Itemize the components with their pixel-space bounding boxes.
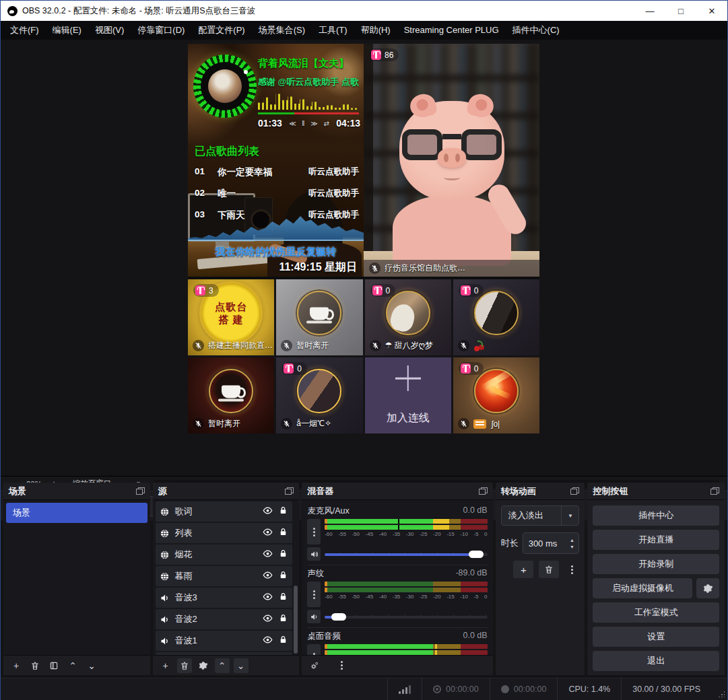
start-streaming-button[interactable]: 开始直播 — [593, 530, 719, 550]
lock-icon[interactable] — [278, 635, 288, 647]
guest-tile: 3 点歌台 搭 建 搭建主播同款直… — [188, 279, 274, 355]
menu-dock[interactable]: 停靠窗口(D) — [131, 21, 191, 40]
popout-icon[interactable] — [136, 487, 145, 495]
remove-source-button[interactable] — [177, 658, 192, 673]
join-tile[interactable]: 加入连线 — [365, 357, 451, 433]
source-row[interactable]: 音波3 — [156, 588, 293, 608]
start-virtual-camera-button[interactable]: 启动虚拟摄像机 — [593, 578, 692, 598]
song-progress-bar — [258, 112, 359, 114]
source-row[interactable]: 背景 — [156, 652, 293, 655]
lock-icon[interactable] — [278, 570, 288, 582]
visibility-icon[interactable] — [263, 505, 273, 518]
sources-scrollbar[interactable] — [294, 586, 298, 654]
source-down-button[interactable]: ⌄ — [234, 658, 249, 673]
time-total: 04:13 — [336, 118, 360, 129]
scene-up-button[interactable]: ⌃ — [65, 658, 80, 673]
lock-icon[interactable] — [278, 592, 288, 604]
visibility-icon[interactable] — [263, 527, 273, 539]
lock-icon[interactable] — [278, 549, 288, 561]
menu-help[interactable]: 帮助(H) — [354, 21, 397, 40]
studio-mode-button[interactable]: 工作室模式 — [593, 602, 719, 623]
lock-icon[interactable] — [278, 527, 288, 539]
menu-view[interactable]: 视图(V) — [88, 21, 131, 40]
browser-source-icon — [160, 550, 170, 560]
channel-menu-button[interactable] — [307, 582, 321, 607]
mute-button[interactable] — [307, 547, 321, 561]
virtual-camera-settings-button[interactable] — [696, 578, 719, 598]
guest-avatar — [474, 369, 519, 413]
video-canvas[interactable]: 背着风流泪【文夫】 感谢 @听云点歌助手 点歌 01:33 ≪ ‖ ≫ ⇄ 04… — [188, 44, 539, 433]
resize-grip[interactable] — [718, 691, 725, 697]
controls-dock: 控制按钮 插件中心 开始直播 开始录制 启动虚拟摄像机 工作室模式 设置 退出 — [587, 483, 725, 675]
scene-down-button[interactable]: ⌄ — [84, 658, 99, 673]
visibility-icon[interactable] — [263, 635, 273, 647]
visibility-icon[interactable] — [263, 592, 273, 604]
popout-icon[interactable] — [570, 487, 579, 495]
channel-menu-button[interactable] — [307, 644, 321, 655]
scene-item-selected[interactable]: 场景 — [6, 503, 147, 523]
source-row[interactable]: 歌词 — [156, 501, 293, 522]
visibility-icon[interactable] — [263, 549, 273, 561]
guest-avatar — [297, 369, 341, 413]
menu-profile[interactable]: 配置文件(P) — [191, 21, 251, 40]
lock-icon[interactable] — [278, 613, 288, 625]
guest-tile: 0 ☂ 甜八岁ღ梦 — [365, 279, 451, 355]
scene-filters-button[interactable] — [46, 658, 61, 673]
remove-transition-button[interactable] — [539, 561, 559, 578]
menu-scene-collection[interactable]: 场景集合(S) — [252, 21, 312, 40]
start-recording-button[interactable]: 开始录制 — [593, 554, 719, 574]
duration-spinbox[interactable]: 300 ms ▲▼ — [523, 532, 580, 554]
channel-menu-button[interactable] — [307, 519, 321, 545]
source-row[interactable]: 列表 — [156, 523, 293, 543]
source-row[interactable]: 音波2 — [156, 609, 293, 629]
popout-icon[interactable] — [710, 487, 719, 495]
menu-streaming-center[interactable]: Streaming Center PLUG — [397, 21, 506, 40]
transition-menu-button[interactable] — [564, 562, 579, 577]
guest-tile: 暂时离开 — [188, 357, 274, 433]
menu-file[interactable]: 文件(F) — [3, 21, 46, 40]
settings-button[interactable]: 设置 — [593, 627, 719, 647]
close-button[interactable]: ✕ — [696, 1, 727, 21]
sources-dock: 源 歌词 列表 烟花 — [153, 483, 300, 675]
advanced-audio-button[interactable] — [307, 658, 322, 673]
plugin-center-button[interactable]: 插件中心 — [593, 505, 719, 526]
add-scene-button[interactable]: + — [9, 658, 24, 673]
source-properties-toolbar-button[interactable] — [196, 658, 211, 673]
guest-grid: 3 点歌台 搭 建 搭建主播同款直… 暂时离开 0 ☂ 甜八岁ღ梦 — [188, 279, 539, 433]
source-row[interactable]: 暮雨 — [156, 566, 293, 586]
record-status-icon — [501, 685, 509, 693]
source-row[interactable]: 烟花 — [156, 545, 293, 565]
browser-source-icon — [160, 528, 170, 538]
vinyl-disc — [193, 55, 257, 118]
fan-badge — [473, 419, 486, 429]
visibility-icon[interactable] — [263, 570, 273, 582]
visibility-icon[interactable] — [263, 613, 273, 625]
signal-bars-icon — [399, 685, 411, 694]
add-transition-button[interactable]: + — [513, 561, 533, 578]
source-up-button[interactable]: ⌃ — [215, 658, 230, 673]
add-source-button[interactable]: + — [158, 658, 173, 673]
pause-icon: ‖ — [302, 120, 304, 127]
maximize-button[interactable]: □ — [665, 1, 696, 21]
album-art — [208, 69, 242, 103]
karaoke-video-panel: 背着风流泪【文夫】 感谢 @听云点歌助手 点歌 01:33 ≪ ‖ ≫ ⇄ 04… — [188, 44, 364, 277]
source-row[interactable]: 音波1 — [156, 631, 293, 651]
lock-icon[interactable] — [278, 505, 288, 518]
exit-button[interactable]: 退出 — [593, 651, 719, 671]
transition-select[interactable]: 淡入淡出 ▼ — [501, 505, 580, 526]
menu-plugin-center[interactable]: 插件中心(C) — [506, 21, 566, 40]
volume-slider[interactable] — [325, 613, 487, 621]
menu-edit[interactable]: 编辑(E) — [46, 21, 88, 40]
volume-slider[interactable] — [325, 551, 487, 558]
popout-icon[interactable] — [479, 487, 488, 495]
guest-avatar — [297, 291, 341, 335]
scenes-title: 场景 — [9, 485, 26, 497]
mixer-menu-button[interactable] — [334, 658, 349, 673]
popout-icon[interactable] — [285, 487, 294, 495]
remove-scene-button[interactable] — [28, 658, 42, 673]
minimize-button[interactable]: — — [634, 1, 665, 21]
mute-button[interactable] — [307, 610, 321, 623]
mic-off-icon — [369, 262, 380, 274]
queue-row: 02唯一听云点歌助手 — [195, 188, 359, 200]
menu-tools[interactable]: 工具(T) — [312, 21, 354, 40]
